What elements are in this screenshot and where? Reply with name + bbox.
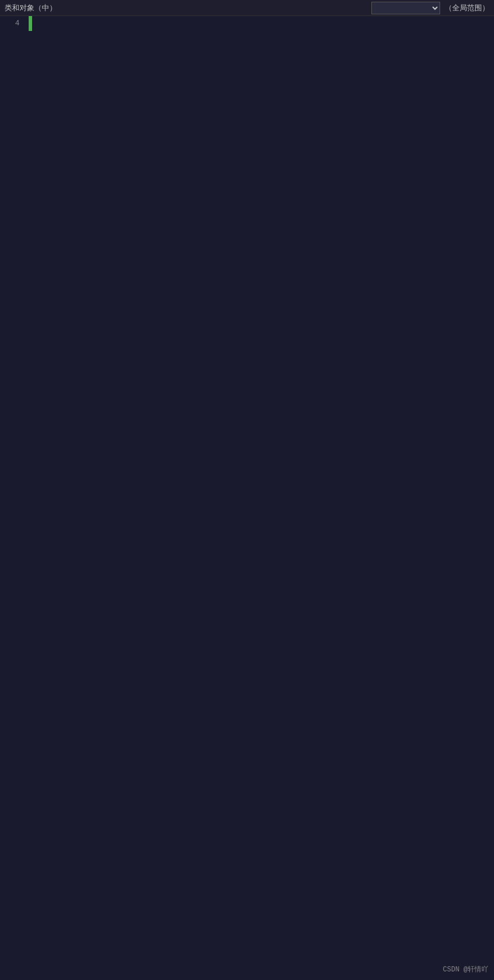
top-bar: 类和对象（中） （全局范围）: [0, 0, 494, 16]
watermark: CSDN @轩情吖: [443, 965, 488, 974]
line-number-4: 4: [0, 16, 24, 31]
editor: 4: [0, 16, 494, 31]
top-bar-right-label: （全局范围）: [445, 3, 489, 13]
code-area: [32, 16, 494, 31]
top-bar-dropdown[interactable]: [371, 2, 440, 14]
top-bar-left-label: 类和对象（中）: [5, 3, 367, 13]
line-numbers: 4: [0, 16, 29, 31]
